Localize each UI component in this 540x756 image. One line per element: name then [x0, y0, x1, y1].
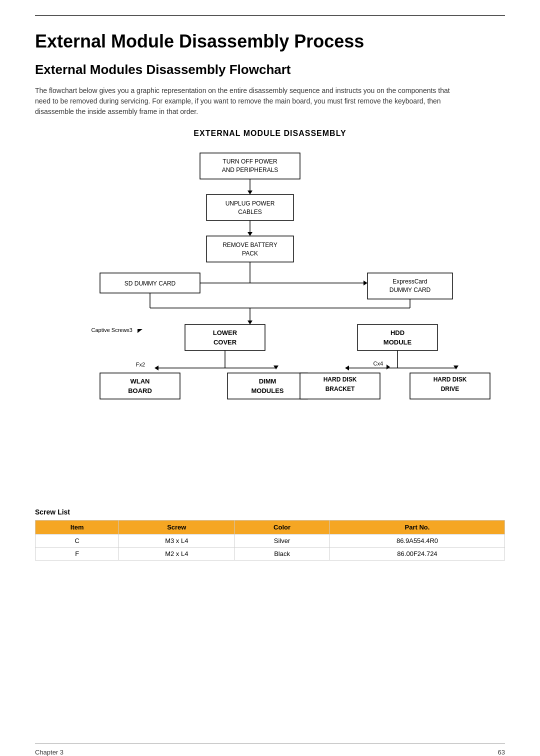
svg-text:COVER: COVER [214, 338, 237, 346]
svg-rect-36 [358, 324, 438, 350]
svg-rect-20 [368, 273, 452, 299]
svg-text:REMOVE BATTERY: REMOVE BATTERY [222, 242, 278, 248]
svg-text:CABLES: CABLES [238, 208, 262, 216]
flowchart-title: EXTERNAL MODULE DISASSEMBLY [35, 129, 505, 138]
col-header-color: Color [234, 520, 330, 534]
svg-text:UNPLUG POWER: UNPLUG POWER [226, 200, 275, 207]
svg-marker-17 [364, 280, 368, 286]
svg-text:BRACKET: BRACKET [326, 386, 355, 392]
flowchart-container: TURN OFF POWER AND PERIPHERALS UNPLUG PO… [35, 148, 505, 488]
svg-text:Fx2: Fx2 [136, 362, 145, 368]
footer-chapter: Chapter 3 [35, 748, 64, 756]
svg-text:ExpressCard: ExpressCard [392, 278, 427, 285]
top-border [35, 15, 505, 16]
table-cell-color: Silver [234, 534, 330, 548]
svg-marker-55 [345, 366, 349, 370]
svg-text:BOARD: BOARD [128, 387, 152, 394]
svg-rect-10 [206, 236, 294, 262]
table-row: CM3 x L4Silver86.9A554.4R0 [36, 534, 505, 548]
bottom-footer: Chapter 3 63 [35, 743, 505, 756]
svg-rect-5 [206, 194, 294, 220]
svg-text:MODULE: MODULE [384, 338, 412, 346]
svg-marker-30 [138, 329, 142, 333]
table-cell-item: C [36, 534, 119, 548]
table-cell-item: F [36, 548, 119, 560]
svg-text:LOWER: LOWER [213, 329, 238, 336]
screw-list-section: Screw List Item Screw Color Part No. CM3… [35, 508, 505, 560]
svg-text:PACK: PACK [242, 250, 258, 257]
svg-text:MODULES: MODULES [252, 387, 284, 394]
svg-text:DUMMY CARD: DUMMY CARD [390, 286, 431, 294]
svg-rect-0 [200, 153, 300, 179]
page-container: External Module Disassembly Process Exte… [0, 15, 540, 756]
svg-text:SD DUMMY CARD: SD DUMMY CARD [124, 280, 176, 287]
svg-marker-57 [454, 366, 458, 370]
svg-text:WLAN: WLAN [130, 378, 150, 385]
footer-page-number: 63 [498, 748, 505, 756]
table-cell-screw: M2 x L4 [119, 548, 234, 560]
svg-text:Captive Screwx3: Captive Screwx3 [91, 327, 132, 333]
col-header-screw: Screw [119, 520, 234, 534]
flowchart-svg: TURN OFF POWER AND PERIPHERALS UNPLUG PO… [45, 148, 495, 488]
svg-text:HDD: HDD [390, 329, 404, 336]
svg-text:TURN OFF POWER: TURN OFF POWER [222, 158, 278, 165]
main-title: External Module Disassembly Process [35, 31, 505, 52]
screw-list-title: Screw List [35, 508, 505, 516]
section-title: External Modules Disassembly Flowchart [35, 62, 505, 78]
table-cell-color: Black [234, 548, 330, 560]
table-cell-part_no: 86.9A554.4R0 [330, 534, 504, 548]
svg-marker-44 [274, 366, 278, 370]
svg-marker-42 [154, 366, 158, 370]
svg-text:HARD DISK: HARD DISK [324, 376, 357, 383]
svg-text:HARD DISK: HARD DISK [434, 376, 467, 383]
svg-rect-45 [100, 373, 180, 399]
col-header-partno: Part No. [330, 520, 504, 534]
svg-text:Cx4: Cx4 [373, 360, 383, 366]
svg-rect-48 [228, 373, 308, 399]
svg-text:DRIVE: DRIVE [441, 386, 460, 392]
screw-table: Item Screw Color Part No. CM3 x L4Silver… [35, 520, 505, 560]
svg-marker-9 [248, 232, 252, 236]
intro-text: The flowchart below gives you a graphic … [35, 86, 465, 117]
svg-marker-26 [248, 320, 252, 324]
table-cell-screw: M3 x L4 [119, 534, 234, 548]
svg-marker-4 [248, 190, 252, 194]
svg-rect-31 [185, 324, 265, 350]
svg-marker-53 [386, 364, 390, 370]
svg-text:DIMM: DIMM [259, 378, 276, 385]
col-header-item: Item [36, 520, 119, 534]
svg-text:AND PERIPHERALS: AND PERIPHERALS [222, 166, 278, 174]
table-cell-part_no: 86.00F24.724 [330, 548, 504, 560]
table-row: FM2 x L4Black86.00F24.724 [36, 548, 505, 560]
